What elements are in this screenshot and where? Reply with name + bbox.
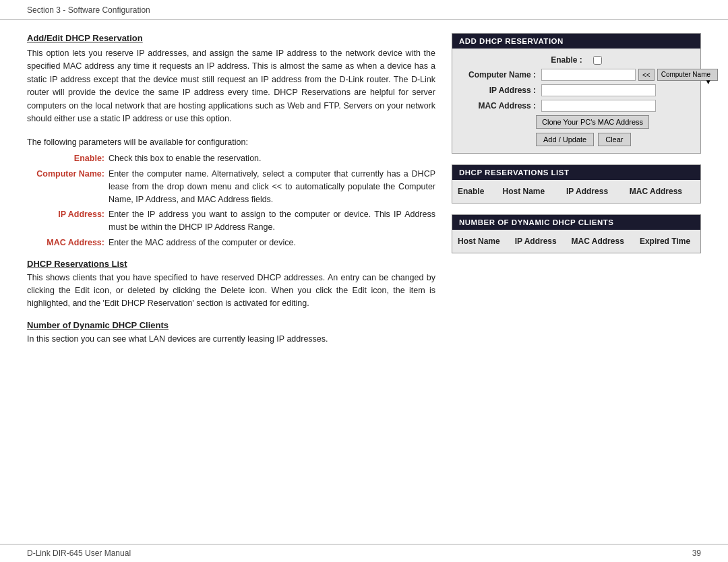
reservations-list-header: DHCP RESERVATIONS LIST [452,165,700,180]
param-label-enable: Enable: [27,152,104,165]
bottom-bar: D-Link DIR-645 User Manual 39 [0,544,728,562]
breadcrumb: Section 3 - Software Configuration [27,5,150,15]
param-desc-mac: Enter the MAC address of the computer or… [109,237,435,249]
param-row-computer-name: Computer Name: Enter the computer name. … [27,168,435,206]
reservations-header-row: Enable Host Name IP Address MAC Address [452,184,700,199]
add-dhcp-panel-body: Enable : Computer Name : << Computer Nam… [452,49,700,153]
computer-name-label: Computer Name : [462,70,536,80]
computer-name-input[interactable] [541,69,636,81]
arrow-button[interactable]: << [638,69,655,81]
dynamic-clients-table-head: Host Name IP Address MAC Address Expired… [452,234,700,249]
param-desc-enable: Check this box to enable the reservation… [109,152,435,165]
col-enable: Enable [452,184,497,199]
ip-address-row: IP Address : [462,84,691,96]
param-label-ip: IP Address: [27,208,104,234]
dhcp-reservations-body: This shows clients that you have specifi… [27,272,435,311]
reservations-table-head: Enable Host Name IP Address MAC Address [452,184,700,199]
param-label-mac: MAC Address: [27,237,104,249]
dynamic-clients-header: NUMBER OF DYNAMIC DHCP CLIENTS [452,215,700,230]
col-host-name: Host Name [497,184,562,199]
top-bar: Section 3 - Software Configuration [0,0,728,20]
action-buttons: Add / Update Clear [536,133,691,146]
ip-address-label: IP Address : [462,86,536,95]
dropdown-label: Computer Name [661,71,710,78]
enable-row: Enable : [462,55,691,65]
number-dynamic-body: In this section you can see what LAN dev… [27,333,435,346]
right-col: ADD DHCP RESERVATION Enable : Computer N… [452,33,701,537]
computer-name-dropdown[interactable]: Computer Name ▼ [657,69,718,81]
mac-address-row: MAC Address : [462,100,691,112]
reservations-list-panel: DHCP RESERVATIONS LIST Enable Host Name … [452,164,701,204]
param-row-enable: Enable: Check this box to enable the res… [27,152,435,165]
param-label-computer-name: Computer Name: [27,168,104,206]
ip-address-input[interactable] [541,84,656,96]
page-wrapper: Section 3 - Software Configuration Add/E… [0,0,728,562]
add-update-button[interactable]: Add / Update [536,133,594,146]
param-desc-ip: Enter the IP address you want to assign … [109,208,435,234]
col-host-name: Host Name [452,234,510,249]
dynamic-clients-body: Host Name IP Address MAC Address Expired… [452,230,700,253]
param-desc-computer-name: Enter the computer name. Alternatively, … [109,168,435,206]
add-edit-body: This option lets you reserve IP addresse… [27,47,435,125]
add-dhcp-panel-header: ADD DHCP RESERVATION [452,34,700,49]
add-edit-title: Add/Edit DHCP Reservation [27,33,435,43]
dynamic-clients-table: Host Name IP Address MAC Address Expired… [452,234,700,249]
param-row-mac: MAC Address: Enter the MAC address of th… [27,237,435,249]
dhcp-reservations-title: DHCP Reservations List [27,259,435,269]
col-expired-time: Expired Time [634,234,700,249]
dynamic-clients-header-row: Host Name IP Address MAC Address Expired… [452,234,700,249]
number-dynamic-title: Number of Dynamic DHCP Clients [27,320,435,330]
col-ip-address: IP Address [561,184,624,199]
params-intro: The following parameters will be availab… [27,137,435,147]
reservations-table: Enable Host Name IP Address MAC Address [452,184,700,199]
col-mac-address: MAC Address [624,184,700,199]
param-row-ip: IP Address: Enter the IP address you wan… [27,208,435,234]
left-col: Add/Edit DHCP Reservation This option le… [27,33,435,537]
dropdown-arrow-icon: ▼ [705,78,712,86]
reservations-list-body: Enable Host Name IP Address MAC Address [452,180,700,203]
enable-label: Enable : [551,55,582,65]
computer-name-inputs: << Computer Name ▼ [541,69,718,81]
computer-name-row: Computer Name : << Computer Name ▼ [462,69,691,81]
clone-mac-button[interactable]: Clone Your PC's MAC Address [536,115,649,129]
col-ip-address: IP Address [510,234,566,249]
content-area: Add/Edit DHCP Reservation This option le… [0,20,728,544]
add-dhcp-panel: ADD DHCP RESERVATION Enable : Computer N… [452,33,701,154]
clear-button[interactable]: Clear [598,133,630,146]
footer-left: D-Link DIR-645 User Manual [27,549,131,558]
col-mac-address: MAC Address [566,234,634,249]
footer-right: 39 [692,549,701,558]
mac-address-label: MAC Address : [462,101,536,111]
dynamic-clients-panel: NUMBER OF DYNAMIC DHCP CLIENTS Host Name… [452,214,701,253]
enable-checkbox[interactable] [593,56,602,65]
mac-address-input[interactable] [541,100,656,112]
